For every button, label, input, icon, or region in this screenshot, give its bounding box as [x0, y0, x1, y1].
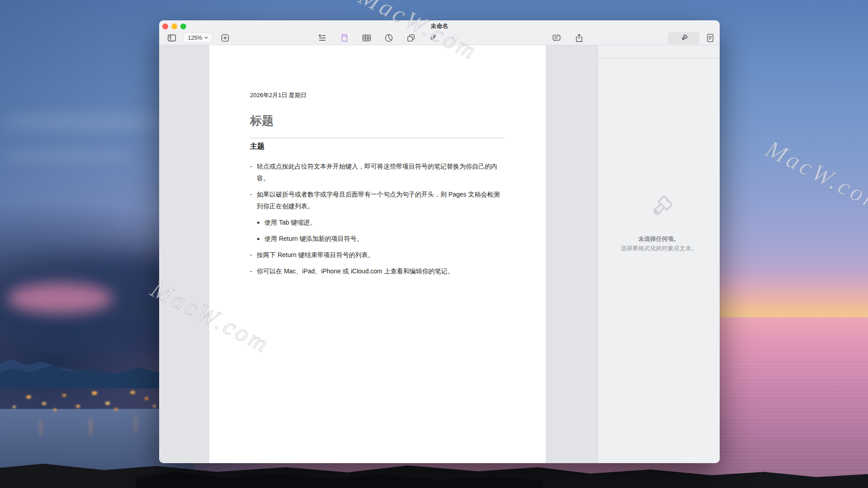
text-note-button[interactable]	[340, 33, 349, 42]
empty-state-subtitle: 选择要格式化的对象或文本。	[598, 244, 720, 253]
list-item[interactable]: ● 使用 Tab 键缩进。	[250, 216, 505, 228]
zoom-dropdown[interactable]: 125%	[184, 33, 212, 43]
toolbar-center-icons	[318, 33, 460, 42]
pink-cloud	[7, 283, 113, 314]
chevron-down-icon	[204, 37, 208, 39]
bullet-text: 轻点或点按此占位符文本并开始键入，即可将这些带项目符号的笔记替换为你自己的内容。	[257, 160, 505, 184]
light-reflection	[39, 419, 42, 436]
city-light	[26, 395, 31, 399]
light-reflection	[89, 417, 93, 437]
titlebar-toolbar[interactable]: 未命名 125%	[159, 20, 720, 45]
title-divider	[250, 138, 505, 138]
document-date[interactable]: 2026年2月1日 星期日	[250, 92, 505, 99]
inspector-header	[598, 45, 720, 58]
bullet-marker: -	[250, 188, 257, 212]
bullet-marker: ●	[257, 233, 264, 244]
sidebar-toggle-icon	[167, 33, 176, 42]
list-item[interactable]: ● 使用 Return 键添加新的项目符号。	[250, 233, 505, 244]
share-button[interactable]	[575, 33, 584, 42]
canvas-margin	[546, 45, 598, 463]
bullet-marker: -	[250, 265, 257, 277]
city-light	[76, 405, 80, 408]
view-list-button[interactable]	[318, 33, 327, 42]
list-item[interactable]: - 你可以在 Mac、iPad、iPhone 或 iCloud.com 上查看和…	[250, 265, 505, 277]
window-title: 未命名	[159, 22, 720, 30]
desktop: 未命名 125%	[0, 0, 868, 488]
section-heading[interactable]: 主题	[250, 141, 505, 151]
shapes-button[interactable]	[406, 33, 415, 42]
sidebar-toggle-button[interactable]	[167, 33, 176, 42]
city-light	[62, 394, 66, 397]
window-content: 2026年2月1日 星期日 标题 主题 - 轻点或点按此占位符文本并开始键入，即…	[159, 45, 720, 463]
document-title-placeholder[interactable]: 标题	[250, 113, 505, 128]
format-brush-icon	[679, 34, 688, 43]
city-light	[42, 402, 46, 405]
list-item[interactable]: - 轻点或点按此占位符文本并开始键入，即可将这些带项目符号的笔记替换为你自己的内…	[250, 160, 505, 184]
bullet-text: 使用 Tab 键缩进。	[264, 216, 316, 228]
comment-icon	[552, 33, 561, 42]
table-button[interactable]	[362, 33, 371, 42]
bullet-marker: ●	[257, 216, 264, 228]
city-light	[53, 408, 57, 411]
bullet-text: 使用 Return 键添加新的项目符号。	[264, 233, 363, 244]
list-item[interactable]: - 按两下 Return 键结束带项目符号的列表。	[250, 249, 505, 261]
collaborate-button-disabled	[451, 33, 460, 42]
city-light	[92, 391, 97, 395]
comment-button[interactable]	[552, 33, 561, 42]
zoom-level-value: 125%	[188, 35, 203, 41]
bullet-marker: -	[250, 249, 257, 261]
list-item[interactable]: - 如果以破折号或者数字或字母且后面带有一个句点为句子的开头，则 Pages 文…	[250, 188, 505, 212]
city-light	[145, 397, 148, 400]
bullet-text: 如果以破折号或者数字或字母且后面带有一个句点为句子的开头，则 Pages 文稿会…	[257, 188, 505, 212]
format-button-active[interactable]	[668, 32, 699, 44]
paintbrush-empty-icon	[643, 193, 675, 225]
city-light	[114, 408, 118, 410]
sea-waves	[710, 316, 868, 488]
pages-window: 未命名 125%	[159, 20, 720, 463]
attachment-button[interactable]	[429, 33, 438, 42]
canvas-margin	[159, 45, 209, 463]
document-icon	[706, 33, 715, 42]
chart-pie-button[interactable]	[384, 33, 393, 42]
empty-state-title: 未选择任何项。	[598, 235, 720, 243]
city-light	[130, 391, 135, 394]
insert-button[interactable]	[221, 33, 230, 42]
share-icon	[575, 33, 584, 42]
bullet-marker: -	[250, 160, 257, 184]
document-page[interactable]: 2026年2月1日 星期日 标题 主题 - 轻点或点按此占位符文本并开始键入，即…	[209, 45, 546, 463]
document-setup-button[interactable]	[706, 33, 715, 42]
plus-box-icon	[221, 34, 229, 42]
city-light	[153, 405, 156, 407]
bullet-text: 你可以在 Mac、iPad、iPhone 或 iCloud.com 上查看和编辑…	[257, 265, 454, 277]
city-light	[105, 402, 110, 405]
format-inspector: 未选择任何项。 选择要格式化的对象或文本。	[598, 45, 720, 463]
bullet-text: 按两下 Return 键结束带项目符号的列表。	[257, 249, 374, 261]
light-reflection	[134, 415, 137, 434]
bullet-list: - 轻点或点按此占位符文本并开始键入，即可将这些带项目符号的笔记替换为你自己的内…	[250, 160, 505, 277]
city-light	[13, 406, 16, 408]
